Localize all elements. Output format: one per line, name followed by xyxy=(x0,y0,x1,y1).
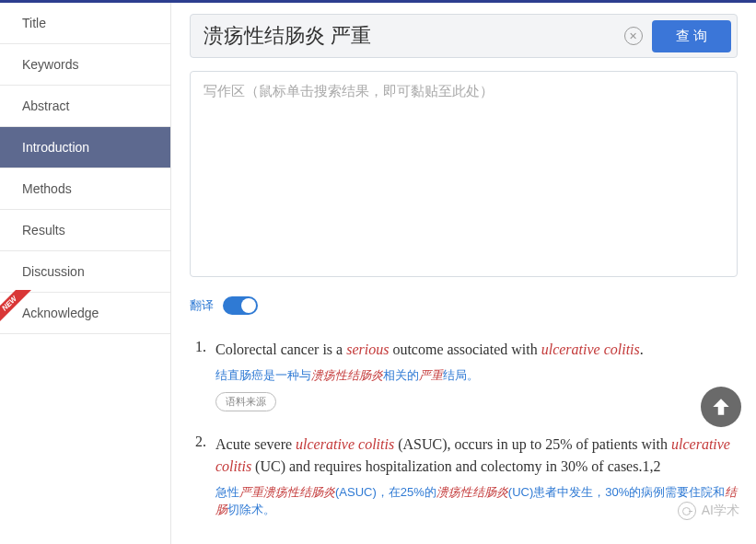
result-translation: 结直肠癌是一种与溃疡性结肠炎相关的严重结局。 xyxy=(215,366,738,385)
sidebar-item-results[interactable]: Results xyxy=(0,210,170,251)
source-pill[interactable]: 语料来源 xyxy=(215,392,276,411)
sidebar-item-label: Methods xyxy=(22,181,72,196)
writing-area[interactable] xyxy=(190,71,738,277)
search-bar: ✕ 查 询 xyxy=(190,14,738,58)
toggle-knob xyxy=(241,298,256,313)
result-item[interactable]: 2.Acute severe ulcerative colitis (ASUC)… xyxy=(195,434,738,527)
sidebar-item-abstract[interactable]: Abstract xyxy=(0,86,170,127)
sidebar-item-label: Keywords xyxy=(22,57,78,72)
query-button[interactable]: 查 询 xyxy=(652,20,731,52)
result-body: Colorectal cancer is a serious outcome a… xyxy=(215,339,738,411)
sidebar-item-acknowledge[interactable]: NEW Acknowledge xyxy=(0,293,170,334)
result-translation: 急性严重溃疡性结肠炎(ASUC)，在25%的溃疡性结肠炎(UC)患者中发生，30… xyxy=(215,483,738,519)
sidebar-item-introduction[interactable]: Introduction xyxy=(0,127,170,168)
sidebar-item-label: Introduction xyxy=(22,140,89,155)
results-list: 1.Colorectal cancer is a serious outcome… xyxy=(190,339,738,527)
sidebar-item-label: Discussion xyxy=(22,264,85,279)
result-english: Colorectal cancer is a serious outcome a… xyxy=(215,339,738,361)
result-number: 1. xyxy=(195,339,215,411)
result-item[interactable]: 1.Colorectal cancer is a serious outcome… xyxy=(195,339,738,411)
sidebar-item-title[interactable]: Title xyxy=(0,3,170,44)
sidebar-item-label: Title xyxy=(22,16,46,30)
sidebar-item-keywords[interactable]: Keywords xyxy=(0,44,170,86)
sidebar-item-discussion[interactable]: Discussion xyxy=(0,251,170,293)
translate-row: 翻译 xyxy=(190,296,738,315)
sidebar: Title Keywords Abstract Introduction Met… xyxy=(0,3,171,544)
translate-toggle[interactable] xyxy=(223,296,258,315)
result-number: 2. xyxy=(195,434,215,527)
sidebar-item-methods[interactable]: Methods xyxy=(0,168,170,210)
translate-label: 翻译 xyxy=(190,297,214,314)
search-input[interactable] xyxy=(194,18,624,53)
result-english: Acute severe ulcerative colitis (ASUC), … xyxy=(215,434,738,478)
sidebar-item-label: Abstract xyxy=(22,98,69,113)
result-body: Acute severe ulcerative colitis (ASUC), … xyxy=(215,434,738,527)
clear-icon[interactable]: ✕ xyxy=(624,27,643,45)
scroll-top-button[interactable] xyxy=(701,387,741,427)
sidebar-item-label: Results xyxy=(22,223,65,237)
sidebar-item-label: Acknowledge xyxy=(22,306,99,320)
arrow-up-icon xyxy=(709,395,733,419)
main-panel: ✕ 查 询 翻译 1.Colorectal cancer is a seriou… xyxy=(171,3,756,544)
